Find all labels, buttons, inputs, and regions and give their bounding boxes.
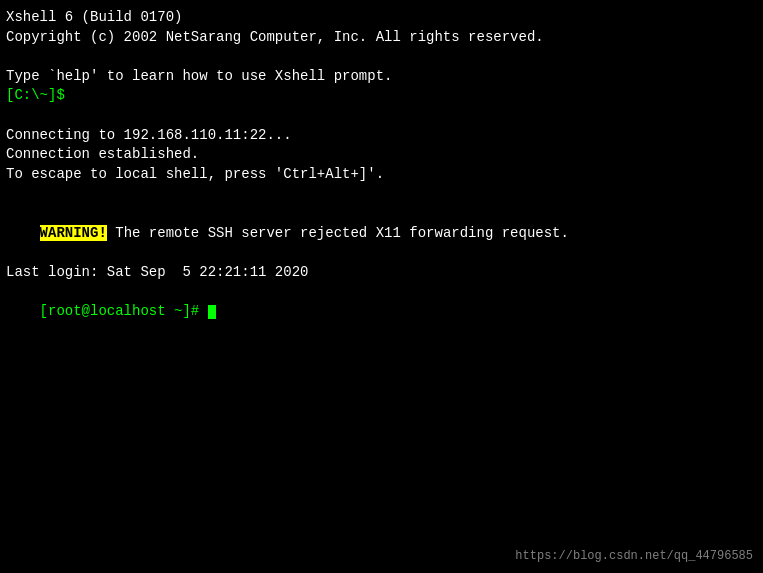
title-line: Xshell 6 (Build 0170)	[6, 8, 757, 28]
empty-line-1	[6, 47, 757, 67]
warning-label: WARNING!	[40, 225, 107, 241]
watermark: https://blog.csdn.net/qq_44796585	[515, 549, 753, 563]
empty-line-3	[6, 184, 757, 204]
connecting-line: Connecting to 192.168.110.11:22...	[6, 126, 757, 146]
watermark-text: https://blog.csdn.net/qq_44796585	[515, 549, 753, 563]
empty-line-2	[6, 106, 757, 126]
copyright-line: Copyright (c) 2002 NetSarang Computer, I…	[6, 28, 757, 48]
remote-prompt-text: [root@localhost ~]#	[40, 303, 208, 319]
remote-prompt-line: [root@localhost ~]#	[6, 282, 757, 341]
warning-message: The remote SSH server rejected X11 forwa…	[107, 225, 569, 241]
warning-line: WARNING! The remote SSH server rejected …	[6, 204, 757, 263]
last-login-line: Last login: Sat Sep 5 22:21:11 2020	[6, 263, 757, 283]
connection-established: Connection established.	[6, 145, 757, 165]
terminal-window[interactable]: Xshell 6 (Build 0170) Copyright (c) 2002…	[0, 0, 763, 573]
help-line: Type `help' to learn how to use Xshell p…	[6, 67, 757, 87]
local-prompt: [C:\~]$	[6, 86, 757, 106]
cursor	[208, 305, 216, 319]
escape-line: To escape to local shell, press 'Ctrl+Al…	[6, 165, 757, 185]
